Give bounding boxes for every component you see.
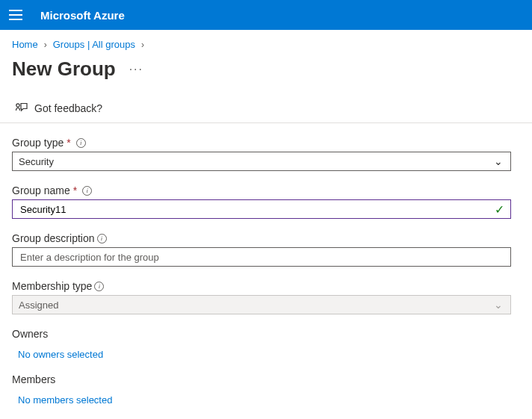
no-owners-link[interactable]: No owners selected [18, 349, 103, 360]
validation-check-icon: ✓ [495, 202, 504, 217]
field-group-description: Group description i [12, 232, 520, 267]
chevron-right-icon: › [44, 40, 47, 50]
new-group-form: Group type * i Security ⌄ Group name * i… [0, 123, 532, 419]
owners-heading: Owners [12, 328, 520, 340]
group-name-input-wrapper: ✓ [12, 199, 511, 219]
field-members: Members No members selected [12, 373, 520, 406]
svg-point-0 [16, 104, 19, 107]
info-icon[interactable]: i [76, 138, 86, 148]
page-title-row: New Group ··· [0, 53, 532, 94]
group-description-input-wrapper [12, 247, 511, 267]
group-description-label: Group description [12, 232, 95, 244]
no-members-link[interactable]: No members selected [18, 394, 112, 406]
field-membership-type: Membership type i Assigned ⌄ [12, 280, 520, 314]
field-group-type: Group type * i Security ⌄ [12, 137, 520, 171]
hamburger-menu-icon[interactable] [9, 10, 22, 20]
membership-type-label: Membership type [12, 280, 92, 292]
feedback-button[interactable]: Got feedback? [0, 94, 532, 123]
info-icon[interactable]: i [94, 282, 104, 291]
field-owners: Owners No owners selected [12, 328, 520, 360]
group-type-value: Security [19, 156, 54, 167]
membership-type-select: Assigned ⌄ [12, 295, 511, 314]
info-icon[interactable]: i [97, 234, 107, 243]
breadcrumb: Home › Groups | All groups › [0, 30, 532, 53]
portal-top-bar: Microsoft Azure [0, 0, 532, 30]
required-marker: * [73, 184, 77, 196]
feedback-label: Got feedback? [34, 102, 102, 114]
page-title: New Group [12, 58, 116, 81]
feedback-icon [15, 102, 28, 115]
chevron-down-icon: ⌄ [494, 155, 503, 167]
membership-type-value: Assigned [19, 299, 58, 311]
chevron-right-icon: › [141, 40, 144, 50]
chevron-down-icon: ⌄ [494, 299, 503, 311]
group-description-input[interactable] [19, 251, 504, 264]
group-name-label: Group name [12, 184, 70, 196]
group-name-input[interactable] [19, 203, 490, 216]
field-group-name: Group name * i ✓ [12, 184, 520, 219]
group-type-label: Group type [12, 137, 64, 149]
breadcrumb-groups[interactable]: Groups | All groups [53, 39, 135, 50]
brand-label: Microsoft Azure [40, 9, 125, 22]
required-marker: * [66, 137, 70, 149]
breadcrumb-home[interactable]: Home [12, 39, 38, 50]
more-actions-button[interactable]: ··· [129, 63, 143, 76]
members-heading: Members [12, 373, 520, 385]
info-icon[interactable]: i [82, 186, 92, 196]
group-type-select[interactable]: Security ⌄ [12, 152, 511, 171]
